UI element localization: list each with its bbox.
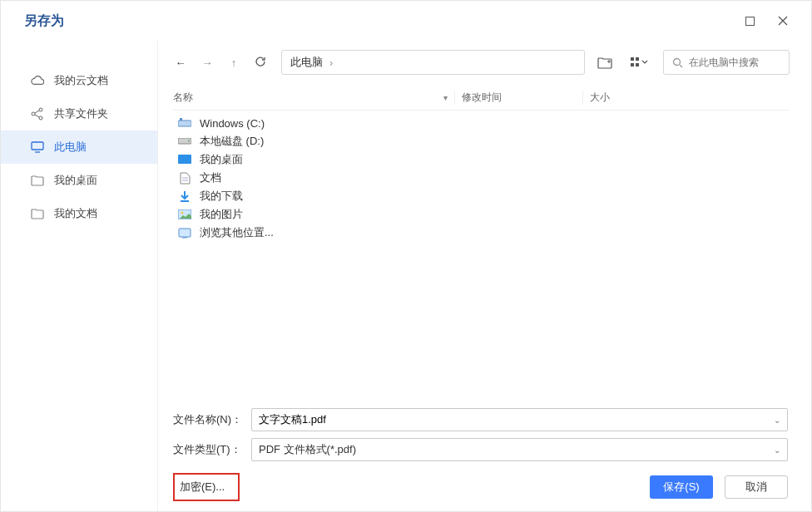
svg-point-16 xyxy=(673,58,680,65)
svg-rect-14 xyxy=(631,63,634,66)
search-icon xyxy=(671,56,684,69)
new-folder-button[interactable] xyxy=(593,57,616,69)
sidebar-item-shared-folders[interactable]: 共享文件夹 xyxy=(1,97,157,130)
file-label: 我的图片 xyxy=(200,207,243,222)
sidebar-item-this-pc[interactable]: 此电脑 xyxy=(1,130,157,164)
filetype-value: PDF 文件格式(*.pdf) xyxy=(259,442,356,457)
file-row-desktop[interactable]: 我的桌面 xyxy=(173,150,790,169)
nav-back-button[interactable]: ← xyxy=(173,57,188,69)
svg-point-3 xyxy=(32,112,35,116)
svg-rect-19 xyxy=(180,118,182,121)
filetype-select[interactable]: PDF 文件格式(*.pdf) ⌄ xyxy=(251,438,788,461)
file-row-downloads[interactable]: 我的下载 xyxy=(173,187,790,205)
column-header-name[interactable]: 名称 ▾ xyxy=(173,91,454,105)
chevron-down-icon[interactable]: ⌄ xyxy=(774,416,780,425)
cancel-button[interactable]: 取消 xyxy=(725,475,788,499)
file-label: 浏览其他位置... xyxy=(200,225,274,240)
drive-c-icon xyxy=(178,116,191,130)
nav-up-button[interactable]: ↑ xyxy=(226,57,241,69)
sidebar: 我的云文档 共享文件夹 此电脑 我的桌面 我的文档 xyxy=(1,41,157,511)
browse-icon xyxy=(178,226,191,239)
file-row-drive-d[interactable]: 本地磁盘 (D:) xyxy=(173,132,790,150)
sidebar-item-label: 共享文件夹 xyxy=(54,106,108,121)
encrypt-button[interactable]: 加密(E)... xyxy=(173,473,240,501)
svg-line-17 xyxy=(680,65,682,67)
nav-refresh-button[interactable] xyxy=(253,56,268,70)
sidebar-item-desktop[interactable]: 我的桌面 xyxy=(1,164,157,197)
desktop-icon xyxy=(178,153,191,166)
filetype-label: 文件类型(T)： xyxy=(173,442,243,457)
svg-rect-8 xyxy=(32,142,43,150)
svg-point-21 xyxy=(188,140,190,142)
svg-point-4 xyxy=(39,108,42,111)
drive-icon xyxy=(178,135,191,148)
search-input[interactable] xyxy=(689,57,782,68)
file-row-pictures[interactable]: 我的图片 xyxy=(173,205,790,224)
folder-icon xyxy=(31,207,44,220)
download-icon xyxy=(178,190,191,203)
file-label: 本地磁盘 (D:) xyxy=(200,134,264,149)
svg-line-7 xyxy=(35,115,39,117)
file-label: Windows (C:) xyxy=(200,117,265,130)
picture-icon xyxy=(178,208,191,221)
close-button[interactable] xyxy=(766,7,800,34)
svg-rect-27 xyxy=(179,229,191,237)
svg-rect-18 xyxy=(178,121,191,126)
svg-point-5 xyxy=(39,116,42,120)
dialog-title: 另存为 xyxy=(12,12,733,30)
file-list: Windows (C:) 本地磁盘 (D:) 我的桌面 文档 我的下载 xyxy=(173,111,790,401)
svg-rect-15 xyxy=(636,63,639,66)
cloud-icon xyxy=(31,74,44,87)
sidebar-item-label: 我的云文档 xyxy=(54,73,108,88)
share-icon xyxy=(31,107,44,121)
filename-field[interactable]: ⌄ xyxy=(251,408,788,431)
maximize-button[interactable] xyxy=(733,7,766,34)
chevron-right-icon: › xyxy=(329,57,333,69)
svg-point-26 xyxy=(181,212,184,214)
column-header-size[interactable]: 大小 xyxy=(582,91,790,105)
svg-rect-12 xyxy=(631,57,634,61)
filename-input[interactable] xyxy=(259,414,774,426)
sidebar-item-cloud-docs[interactable]: 我的云文档 xyxy=(1,64,157,97)
file-row-browse-other[interactable]: 浏览其他位置... xyxy=(173,224,790,242)
doc-icon xyxy=(178,171,191,185)
file-label: 我的下载 xyxy=(200,189,243,204)
save-button[interactable]: 保存(S) xyxy=(650,475,713,499)
chevron-down-icon[interactable]: ⌄ xyxy=(774,446,780,455)
svg-line-6 xyxy=(35,111,39,113)
sidebar-item-label: 我的文档 xyxy=(54,206,97,221)
nav-forward-button[interactable]: → xyxy=(200,57,215,69)
column-header-modified[interactable]: 修改时间 xyxy=(454,91,582,105)
breadcrumb[interactable]: 此电脑 › xyxy=(281,50,585,75)
svg-rect-13 xyxy=(636,57,639,61)
file-row-drive-c[interactable]: Windows (C:) xyxy=(173,114,790,132)
svg-rect-22 xyxy=(178,155,191,164)
breadcrumb-segment: 此电脑 xyxy=(290,55,323,70)
view-options-button[interactable] xyxy=(625,57,655,68)
pc-icon xyxy=(31,140,44,154)
sidebar-item-documents[interactable]: 我的文档 xyxy=(1,197,157,230)
svg-rect-0 xyxy=(745,17,754,25)
search-box[interactable] xyxy=(663,50,790,75)
file-label: 我的桌面 xyxy=(200,152,243,167)
filename-label: 文件名称(N)： xyxy=(173,412,243,427)
sidebar-item-label: 我的桌面 xyxy=(54,173,97,188)
file-label: 文档 xyxy=(200,170,221,185)
sort-caret-icon: ▾ xyxy=(443,93,448,102)
file-row-documents[interactable]: 文档 xyxy=(173,169,790,187)
folder-icon xyxy=(31,174,44,187)
sidebar-item-label: 此电脑 xyxy=(54,140,87,155)
